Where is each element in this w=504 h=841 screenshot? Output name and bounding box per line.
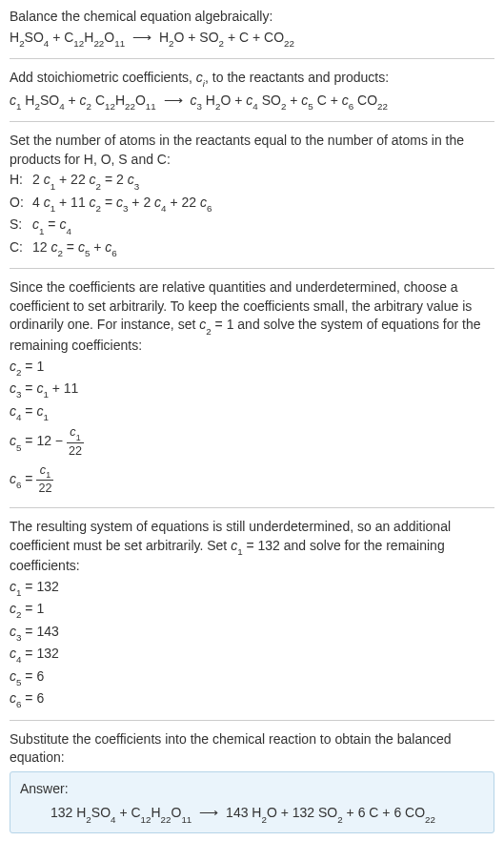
v: = 1 <box>21 601 44 616</box>
sub: 4 <box>66 226 71 236</box>
c: c <box>90 195 96 210</box>
v: = 143 <box>21 624 58 639</box>
text: Add stoichiometric coefficients, <box>10 70 196 85</box>
c: c <box>10 92 16 108</box>
c: c <box>78 239 85 255</box>
t: C <box>91 92 105 108</box>
sub: 2 <box>169 38 173 49</box>
sub: 11 <box>114 38 125 49</box>
plus: + <box>286 92 301 108</box>
eq: c4 = 132 <box>10 645 494 666</box>
reactant-o: O <box>104 30 114 45</box>
sub: 22 <box>284 38 294 49</box>
plus: + <box>231 92 246 108</box>
sub: 4 <box>59 101 64 112</box>
arrow: ⟶ <box>132 30 151 45</box>
sub-i: i <box>203 78 205 89</box>
t: SO <box>40 92 59 108</box>
v: = 132 <box>21 579 58 594</box>
sub: 12 <box>73 38 84 49</box>
label: O: <box>10 194 32 213</box>
t: = <box>21 403 36 419</box>
c: c <box>10 601 16 616</box>
intro-section: Balance the chemical equation algebraica… <box>10 8 494 49</box>
sub: 4 <box>161 203 166 214</box>
step6-section: Substitute the coefficients into the che… <box>10 730 494 768</box>
product-h: H <box>159 30 169 45</box>
n: 2 <box>32 172 44 187</box>
plus: + <box>327 92 342 108</box>
c: c <box>44 195 50 210</box>
reactant-so: SO <box>25 30 44 45</box>
sub: 1 <box>43 389 48 400</box>
eq-h: H:2 c1 + 22 c2 = 2 c3 <box>10 171 494 192</box>
sub: 4 <box>252 101 257 112</box>
sub: 2 <box>96 181 101 192</box>
sub: 2 <box>206 326 211 337</box>
sub: 1 <box>39 226 44 236</box>
sub: 2 <box>215 101 220 112</box>
intro-equation: H2SO4 + C12H22O11 ⟶ H2O + SO2 + C + CO22 <box>10 29 494 50</box>
eq5: c6 = c122 <box>10 462 494 498</box>
v: = 6 <box>21 668 44 684</box>
c: c <box>191 92 197 108</box>
eq-c: C:12 c2 = c5 + c6 <box>10 238 494 259</box>
sub: 22 <box>425 814 435 825</box>
c: c <box>80 92 87 108</box>
c: c <box>10 434 16 449</box>
sub: 1 <box>46 470 50 480</box>
eq-o: O:4 c1 + 11 c2 = c3 + 2 c4 + 22 c6 <box>10 194 494 215</box>
sub: 5 <box>16 442 21 453</box>
sub: 22 <box>125 101 135 112</box>
sub: 2 <box>86 814 91 825</box>
t: O <box>220 92 231 108</box>
plus: + <box>49 30 64 45</box>
t: = <box>63 239 78 255</box>
answer-box: Answer: 132 H2SO4 + C12H22O11 ⟶ 143 H2O … <box>10 771 494 833</box>
plus: + <box>224 30 239 45</box>
sub: 6 <box>16 699 21 709</box>
step2-equation: c1 H2SO4 + c2 C12H22O11 ⟶ c3 H2O + c4 SO… <box>10 92 494 113</box>
label: C: <box>10 238 32 257</box>
sub: 2 <box>34 101 39 112</box>
c: c <box>10 624 16 639</box>
sub: 6 <box>111 248 116 258</box>
c: c <box>116 195 123 210</box>
eq2: c3 = c1 + 11 <box>10 379 494 400</box>
product-c: C <box>239 30 249 45</box>
label: H: <box>10 171 32 190</box>
sub: 4 <box>44 38 49 49</box>
t: = 2 <box>101 172 128 187</box>
t: O <box>171 805 182 820</box>
sub: 5 <box>308 101 312 112</box>
t: C <box>313 92 327 108</box>
sub: 1 <box>50 181 55 192</box>
eq: c1 = 132 <box>10 578 494 599</box>
t: + 22 <box>167 195 200 210</box>
t: = <box>44 216 59 232</box>
sub: 3 <box>16 389 21 400</box>
c: c <box>10 579 16 594</box>
reactant-c: C <box>64 30 73 45</box>
t: = 1 <box>21 359 44 374</box>
sub: 1 <box>76 433 81 442</box>
sub: 12 <box>141 814 151 825</box>
sub: 6 <box>349 101 353 112</box>
n: 4 <box>32 195 44 210</box>
c: c <box>90 172 96 187</box>
n: 12 <box>32 239 50 255</box>
step4-section: Since the coefficients are relative quan… <box>10 278 494 498</box>
t: 143 H <box>226 805 261 820</box>
fraction: c122 <box>67 424 84 460</box>
step5-text: The resulting system of equations is sti… <box>10 518 494 576</box>
t: O + 132 SO <box>267 805 337 820</box>
sub: 2 <box>57 248 62 258</box>
sub: 1 <box>43 412 48 422</box>
eq: c3 = 143 <box>10 623 494 644</box>
sub: 2 <box>16 609 21 620</box>
t: 132 H <box>50 805 86 820</box>
plus: + <box>65 92 80 108</box>
sub: 2 <box>19 38 24 49</box>
step2-section: Add stoichiometric coefficients, ci, to … <box>10 69 494 112</box>
c: c <box>44 172 50 187</box>
